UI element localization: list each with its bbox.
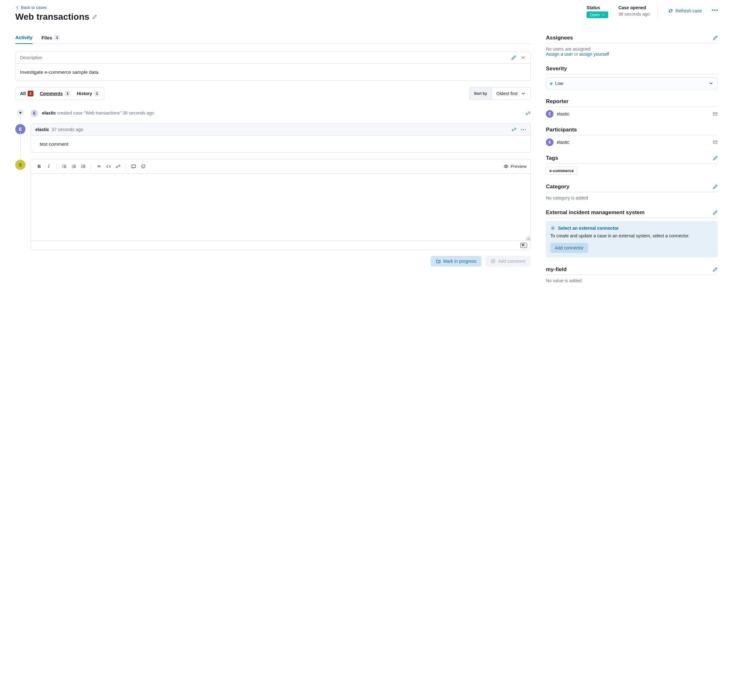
comment-user: elastic [35, 127, 49, 132]
custom-field-title: my-field [546, 266, 567, 273]
refresh-label: Refresh case [676, 8, 702, 13]
resize-handle-icon [526, 236, 530, 240]
back-to-cases-link[interactable]: Back to cases [15, 5, 47, 10]
page-header: Back to cases Web transactions Status Op… [15, 5, 718, 22]
comment-editor: B I [31, 159, 531, 250]
edit-description-button[interactable] [511, 55, 516, 60]
editor-footer: M↓ [31, 241, 530, 250]
ol-button[interactable] [69, 162, 78, 171]
link-button[interactable] [113, 162, 122, 171]
checklist-icon [81, 164, 86, 169]
reporter-section: Reporter E elastic [546, 98, 718, 118]
custom-field-empty: No value is added [546, 278, 718, 283]
email-participant-button[interactable] [712, 140, 718, 145]
event-link-button[interactable] [525, 111, 531, 116]
timeline-editor: S B I [15, 159, 531, 267]
tab-activity[interactable]: Activity [15, 35, 32, 44]
code-button[interactable] [104, 162, 113, 171]
custom-field-section: my-field No value is added [546, 266, 718, 283]
bold-button[interactable]: B [35, 162, 44, 171]
edit-assignees-button[interactable] [712, 35, 718, 40]
code-icon [106, 164, 111, 169]
avatar: E [546, 138, 553, 146]
filter-row: All 2 Comments 1 History 1 Sort by Oldes… [15, 87, 531, 100]
link-icon [525, 111, 531, 116]
sort-select[interactable]: Oldest first [492, 87, 530, 100]
participants-section: Participants E elastic [546, 126, 718, 146]
markdown-badge[interactable]: M↓ [520, 243, 527, 248]
pencil-icon [712, 35, 718, 40]
chevron-down-icon [601, 13, 605, 17]
connector-text: To create and update a case in an extern… [550, 233, 713, 238]
comments-count-badge: 1 [65, 91, 70, 96]
comment-button[interactable] [129, 162, 138, 171]
pencil-icon [712, 184, 718, 189]
pencil-icon [92, 14, 97, 19]
add-comment-button[interactable]: Add comment [486, 256, 531, 267]
sidebar: Assignees No users are assigned Assign a… [546, 35, 718, 292]
filter-all[interactable]: All 2 [18, 90, 36, 98]
folder-progress-icon [436, 259, 441, 264]
incident-section: External incident management system Sele… [546, 209, 718, 257]
comment-link-button[interactable] [511, 127, 517, 132]
assignees-title: Assignees [546, 35, 573, 41]
timeline-event-created: E elastic created case "Web transactions… [15, 107, 531, 117]
opened-value: 38 seconds ago [618, 12, 650, 16]
event-text: E elastic created case "Web transactions… [31, 109, 154, 117]
filter-history[interactable]: History 1 [74, 90, 102, 98]
checklist-button[interactable] [79, 162, 88, 171]
edit-title-button[interactable] [92, 14, 97, 19]
edit-category-button[interactable] [712, 184, 718, 189]
filter-comments[interactable]: Comments 1 [37, 90, 73, 98]
tag-chip[interactable]: e-commerce [546, 167, 577, 175]
filter-pills: All 2 Comments 1 History 1 [15, 87, 105, 100]
timeline-dot [15, 107, 25, 117]
ul-icon [62, 164, 67, 169]
category-empty: No category is added [546, 196, 718, 200]
emoji-button[interactable] [139, 162, 148, 171]
editor-actions: Mark in progress Add comment [31, 256, 531, 267]
category-title: Category [546, 184, 570, 190]
comment-more-button[interactable] [521, 129, 526, 130]
description-header: Description [16, 52, 530, 64]
assignees-empty: No users are assigned [546, 46, 718, 51]
edit-incident-button[interactable] [712, 210, 718, 215]
tags-title: Tags [546, 155, 558, 161]
header-meta: Status Open Case opened 38 seconds ago [587, 5, 658, 18]
refresh-case-button[interactable]: Refresh case [668, 8, 702, 13]
main-layout: Activity Files 1 Description In [15, 35, 718, 292]
assign-yourself-link[interactable]: assign yourself [579, 51, 609, 57]
more-actions-button[interactable] [712, 10, 718, 11]
ul-button[interactable] [60, 162, 69, 171]
status-block: Status Open [587, 5, 608, 18]
assign-user-link[interactable]: Assign a user [546, 51, 573, 57]
edit-tags-button[interactable] [712, 156, 718, 161]
preview-button[interactable]: Preview [503, 164, 527, 169]
header-left: Back to cases Web transactions [15, 5, 97, 22]
add-connector-button[interactable]: Add connector [550, 243, 588, 253]
gear-icon [550, 226, 555, 231]
plus-circle-icon [490, 259, 496, 264]
quote-button[interactable] [94, 162, 103, 171]
avatar: S [15, 160, 25, 170]
editor-toolbar: B I [31, 159, 530, 174]
tags-section: Tags e-commerce [546, 155, 718, 175]
italic-button[interactable]: I [44, 162, 53, 171]
case-title: Web transactions [15, 12, 90, 22]
editor-textarea[interactable] [31, 174, 530, 241]
quote-icon [96, 164, 102, 169]
mark-in-progress-button[interactable]: Mark in progress [431, 256, 481, 267]
description-label: Description [20, 55, 42, 60]
email-reporter-button[interactable] [712, 111, 718, 116]
collapse-description-button[interactable] [521, 55, 526, 60]
tab-files[interactable]: Files 1 [41, 35, 60, 44]
eye-icon [503, 164, 509, 169]
pencil-icon [712, 267, 718, 272]
status-badge[interactable]: Open [587, 12, 608, 18]
edit-custom-field-button[interactable] [712, 267, 718, 272]
connector-panel: Select an external connector To create a… [546, 221, 718, 257]
reporter-name: elastic [557, 111, 570, 116]
participant-row: E elastic [546, 138, 718, 146]
mail-icon [712, 111, 718, 116]
severity-select[interactable]: Low [546, 77, 718, 90]
